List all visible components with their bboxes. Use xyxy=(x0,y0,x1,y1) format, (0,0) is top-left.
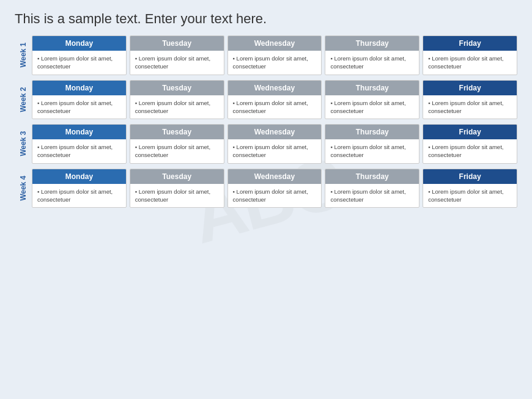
cell-text: Lorem ipsum dolor sit amet, consectetuer xyxy=(428,99,512,115)
day-header-week3-tuesday: Tuesday xyxy=(130,125,224,139)
week-row-4: Week 4MondayLorem ipsum dolor sit amet, … xyxy=(15,169,517,208)
day-cell-week3-friday[interactable]: FridayLorem ipsum dolor sit amet, consec… xyxy=(423,124,517,164)
day-cell-week2-friday[interactable]: FridayLorem ipsum dolor sit amet, consec… xyxy=(423,80,517,120)
day-cell-week1-tuesday[interactable]: TuesdayLorem ipsum dolor sit amet, conse… xyxy=(130,35,224,75)
day-cell-week4-wednesday[interactable]: WednesdayLorem ipsum dolor sit amet, con… xyxy=(227,169,322,208)
cell-text: Lorem ipsum dolor sit amet, consectetuer xyxy=(233,188,317,204)
cell-text: Lorem ipsum dolor sit amet, consectetuer xyxy=(135,99,219,115)
day-body-week3-monday[interactable]: Lorem ipsum dolor sit amet, consectetuer xyxy=(32,139,126,163)
cell-text: Lorem ipsum dolor sit amet, consectetuer xyxy=(37,143,121,159)
cell-text: Lorem ipsum dolor sit amet, consectetuer xyxy=(330,99,414,115)
cell-text: Lorem ipsum dolor sit amet, consectetuer xyxy=(135,143,219,159)
day-body-week4-friday[interactable]: Lorem ipsum dolor sit amet, consectetuer xyxy=(423,184,517,208)
day-header-week2-monday: Monday xyxy=(32,81,126,95)
day-body-week1-tuesday[interactable]: Lorem ipsum dolor sit amet, consectetuer xyxy=(130,51,224,75)
week-grid-2: MondayLorem ipsum dolor sit amet, consec… xyxy=(32,80,517,120)
cell-text: Lorem ipsum dolor sit amet, consectetuer xyxy=(330,143,414,159)
day-cell-week1-thursday[interactable]: ThursdayLorem ipsum dolor sit amet, cons… xyxy=(325,35,419,75)
cell-text: Lorem ipsum dolor sit amet, consectetuer xyxy=(37,188,121,204)
week-grid-3: MondayLorem ipsum dolor sit amet, consec… xyxy=(32,124,517,164)
week-label-2: Week 2 xyxy=(15,80,32,120)
week-row-1: Week 1MondayLorem ipsum dolor sit amet, … xyxy=(15,35,517,75)
day-header-week4-tuesday: Tuesday xyxy=(130,169,224,184)
calendar: Week 1MondayLorem ipsum dolor sit amet, … xyxy=(15,35,517,208)
day-header-week1-tuesday: Tuesday xyxy=(130,36,224,51)
day-body-week2-monday[interactable]: Lorem ipsum dolor sit amet, consectetuer xyxy=(32,95,126,119)
day-header-week3-thursday: Thursday xyxy=(325,125,419,139)
day-header-week3-wednesday: Wednesday xyxy=(228,125,322,139)
day-body-week1-monday[interactable]: Lorem ipsum dolor sit amet, consectetuer xyxy=(32,51,126,75)
cell-text: Lorem ipsum dolor sit amet, consectetuer xyxy=(330,54,414,71)
cell-text: Lorem ipsum dolor sit amet, consectetuer xyxy=(428,143,512,159)
day-header-week2-tuesday: Tuesday xyxy=(130,81,224,95)
cell-text: Lorem ipsum dolor sit amet, consectetuer xyxy=(330,188,414,204)
day-body-week1-friday[interactable]: Lorem ipsum dolor sit amet, consectetuer xyxy=(423,51,517,75)
day-body-week2-tuesday[interactable]: Lorem ipsum dolor sit amet, consectetuer xyxy=(130,95,224,119)
cell-text: Lorem ipsum dolor sit amet, consectetuer xyxy=(37,99,121,115)
day-body-week3-thursday[interactable]: Lorem ipsum dolor sit amet, consectetuer xyxy=(325,139,419,163)
week-label-3: Week 3 xyxy=(15,124,32,164)
day-header-week4-friday: Friday xyxy=(423,169,517,184)
day-header-week1-monday: Monday xyxy=(32,36,126,51)
day-cell-week2-monday[interactable]: MondayLorem ipsum dolor sit amet, consec… xyxy=(32,80,127,120)
cell-text: Lorem ipsum dolor sit amet, consectetuer xyxy=(135,54,219,71)
day-cell-week3-monday[interactable]: MondayLorem ipsum dolor sit amet, consec… xyxy=(32,124,127,164)
day-body-week4-monday[interactable]: Lorem ipsum dolor sit amet, consectetuer xyxy=(32,184,126,208)
day-body-week4-thursday[interactable]: Lorem ipsum dolor sit amet, consectetuer xyxy=(325,184,419,208)
day-body-week1-thursday[interactable]: Lorem ipsum dolor sit amet, consectetuer xyxy=(325,51,419,75)
day-header-week2-wednesday: Wednesday xyxy=(228,81,322,95)
day-body-week2-friday[interactable]: Lorem ipsum dolor sit amet, consectetuer xyxy=(423,95,517,119)
day-header-week4-thursday: Thursday xyxy=(325,169,419,184)
day-body-week3-tuesday[interactable]: Lorem ipsum dolor sit amet, consectetuer xyxy=(130,139,224,163)
day-header-week3-monday: Monday xyxy=(32,125,126,139)
cell-text: Lorem ipsum dolor sit amet, consectetuer xyxy=(233,143,317,159)
day-body-week4-wednesday[interactable]: Lorem ipsum dolor sit amet, consectetuer xyxy=(228,184,322,208)
cell-text: Lorem ipsum dolor sit amet, consectetuer xyxy=(233,54,317,71)
page-container: This is a sample text. Enter your text h… xyxy=(0,0,532,399)
cell-text: Lorem ipsum dolor sit amet, consectetuer xyxy=(428,188,512,204)
day-cell-week3-wednesday[interactable]: WednesdayLorem ipsum dolor sit amet, con… xyxy=(227,124,322,164)
day-header-week4-wednesday: Wednesday xyxy=(228,169,322,184)
day-body-week1-wednesday[interactable]: Lorem ipsum dolor sit amet, consectetuer xyxy=(228,51,322,75)
day-header-week1-wednesday: Wednesday xyxy=(228,36,322,51)
cell-text: Lorem ipsum dolor sit amet, consectetuer xyxy=(37,54,121,71)
day-header-week3-friday: Friday xyxy=(423,125,517,139)
day-body-week2-thursday[interactable]: Lorem ipsum dolor sit amet, consectetuer xyxy=(325,95,419,119)
day-cell-week3-thursday[interactable]: ThursdayLorem ipsum dolor sit amet, cons… xyxy=(325,124,419,164)
day-header-week4-monday: Monday xyxy=(32,169,126,184)
day-cell-week1-monday[interactable]: MondayLorem ipsum dolor sit amet, consec… xyxy=(32,35,127,75)
day-header-week1-thursday: Thursday xyxy=(325,36,419,51)
day-body-week2-wednesday[interactable]: Lorem ipsum dolor sit amet, consectetuer xyxy=(228,95,322,119)
day-cell-week2-wednesday[interactable]: WednesdayLorem ipsum dolor sit amet, con… xyxy=(227,80,322,120)
cell-text: Lorem ipsum dolor sit amet, consectetuer xyxy=(233,99,317,115)
day-cell-week1-friday[interactable]: FridayLorem ipsum dolor sit amet, consec… xyxy=(423,35,517,75)
week-row-2: Week 2MondayLorem ipsum dolor sit amet, … xyxy=(15,80,517,120)
week-label-1: Week 1 xyxy=(15,35,32,75)
day-header-week2-thursday: Thursday xyxy=(325,81,419,95)
day-body-week3-wednesday[interactable]: Lorem ipsum dolor sit amet, consectetuer xyxy=(228,139,322,163)
day-cell-week4-monday[interactable]: MondayLorem ipsum dolor sit amet, consec… xyxy=(32,169,127,208)
cell-text: Lorem ipsum dolor sit amet, consectetuer xyxy=(135,188,219,204)
week-grid-4: MondayLorem ipsum dolor sit amet, consec… xyxy=(32,169,517,208)
cell-text: Lorem ipsum dolor sit amet, consectetuer xyxy=(428,54,512,71)
day-cell-week2-tuesday[interactable]: TuesdayLorem ipsum dolor sit amet, conse… xyxy=(130,80,224,120)
day-cell-week4-thursday[interactable]: ThursdayLorem ipsum dolor sit amet, cons… xyxy=(325,169,419,208)
day-cell-week4-friday[interactable]: FridayLorem ipsum dolor sit amet, consec… xyxy=(423,169,517,208)
day-header-week2-friday: Friday xyxy=(423,81,517,95)
day-cell-week1-wednesday[interactable]: WednesdayLorem ipsum dolor sit amet, con… xyxy=(227,35,322,75)
page-title: This is a sample text. Enter your text h… xyxy=(15,11,517,27)
week-grid-1: MondayLorem ipsum dolor sit amet, consec… xyxy=(32,35,517,75)
day-cell-week2-thursday[interactable]: ThursdayLorem ipsum dolor sit amet, cons… xyxy=(325,80,419,120)
day-body-week4-tuesday[interactable]: Lorem ipsum dolor sit amet, consectetuer xyxy=(130,184,224,208)
week-label-4: Week 4 xyxy=(15,169,32,208)
day-cell-week4-tuesday[interactable]: TuesdayLorem ipsum dolor sit amet, conse… xyxy=(130,169,224,208)
day-cell-week3-tuesday[interactable]: TuesdayLorem ipsum dolor sit amet, conse… xyxy=(130,124,224,164)
day-header-week1-friday: Friday xyxy=(423,36,517,51)
day-body-week3-friday[interactable]: Lorem ipsum dolor sit amet, consectetuer xyxy=(423,139,517,163)
week-row-3: Week 3MondayLorem ipsum dolor sit amet, … xyxy=(15,124,517,164)
